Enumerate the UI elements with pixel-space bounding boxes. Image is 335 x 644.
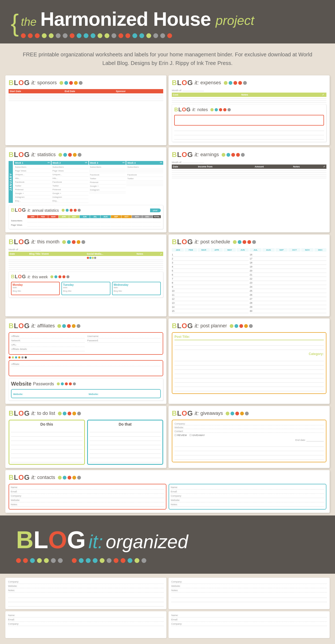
blog-b: B: [11, 207, 15, 213]
post-lines: [174, 341, 324, 350]
stat: Twitter: [126, 177, 163, 181]
num-17: 17: [250, 257, 327, 261]
stat: Twitter: [14, 184, 51, 188]
this-week-header: BLOG it: this week: [11, 274, 161, 280]
preview-card-4: Name: Email: Company:: [169, 611, 330, 638]
apr-cell: APR: [59, 215, 69, 218]
line: [11, 428, 83, 432]
content-area: BLOG it: sponsors Start Date End Date Sp…: [0, 73, 335, 513]
dot: [78, 153, 81, 157]
data-cell: [59, 223, 69, 227]
passwords-dots: [57, 382, 76, 385]
dot: [77, 240, 80, 244]
dot: [61, 382, 64, 385]
stat-rows-container: Subscribers Page Views Uniques... Hits..…: [14, 165, 163, 203]
category-lines: [174, 357, 324, 391]
line: [90, 449, 161, 454]
dot: [226, 412, 229, 415]
stat: Facebook: [14, 180, 51, 184]
dot: [132, 33, 137, 38]
line: [90, 428, 161, 432]
blog-word: BLOG: [9, 473, 30, 482]
affiliate-fields: Affiliate: Network: URL: Affiliate detai…: [11, 335, 161, 352]
jun-month: JUN: [237, 248, 249, 252]
stat: Pinterest: [51, 188, 88, 192]
url-field: URL:: [11, 343, 85, 347]
line: [90, 458, 161, 462]
wednesday-label: Wednesday: [114, 283, 159, 286]
blog-it: it:: [31, 80, 36, 86]
header-title: { the Harmonized House project: [11, 8, 324, 38]
monday-box: Monday date: Blog title:: [11, 282, 60, 295]
num-6: 6: [172, 273, 249, 277]
data-cell: [111, 223, 121, 227]
dot: [139, 33, 144, 38]
name-field: Name:: [171, 614, 327, 617]
dot: [125, 33, 130, 38]
dot: [93, 558, 98, 563]
sponsors-table: Start Date End Date Sponsor: [9, 89, 163, 101]
affiliate-field: Affiliate:: [11, 335, 85, 338]
dot: [67, 324, 71, 328]
dec-month: DEC: [314, 248, 326, 252]
dot: [77, 412, 81, 415]
website-field: Website:: [11, 499, 164, 502]
notes-header: BLOG it: notes: [174, 107, 324, 113]
title-group: the Harmonized House project: [21, 8, 254, 38]
dot: [63, 33, 68, 38]
giveaway-lines: [174, 442, 324, 460]
data-cell: [100, 223, 111, 227]
affiliates-header: BLOG it: affiliates: [9, 322, 163, 330]
jul-month: JUL: [250, 248, 262, 252]
wednesday-blogtitle: Blog title:: [114, 290, 159, 292]
website-passwords-card: Website Passwords Website:: [9, 378, 163, 401]
empty-cell: [11, 215, 27, 218]
dot: [65, 382, 68, 385]
dot: [9, 356, 11, 358]
dot: [222, 153, 225, 157]
dot: [63, 412, 66, 415]
line: [171, 594, 327, 598]
post-title-label: Post Title:: [174, 335, 324, 339]
blog-o: O: [18, 207, 22, 213]
preview-card-2: Company: Website: Notes:: [169, 578, 330, 609]
this-month-table: Date Blog Title / Event Social Media... …: [9, 252, 163, 269]
row-label: Subscribers: [11, 219, 27, 222]
blog-o: O: [182, 238, 187, 246]
dot: [240, 412, 244, 415]
line: [11, 441, 83, 445]
data-cell: [100, 219, 111, 222]
dot: [142, 558, 146, 563]
blog-word: BLOG: [11, 274, 26, 280]
row-2: BLOG it: statistics JANUARY We: [5, 147, 330, 232]
post-planner-header: BLOG it: post planner: [172, 322, 326, 330]
expenses-subtitle: expenses: [200, 80, 221, 86]
line: [90, 454, 161, 458]
wednesday-date: date:: [114, 286, 159, 289]
company-field: Company:: [171, 623, 327, 626]
earnings-dots: [222, 153, 245, 157]
data-cell: [69, 219, 79, 222]
dot: [79, 558, 84, 563]
blog-it: it:: [28, 275, 31, 279]
dot: [18, 356, 20, 358]
num-11: 11: [172, 293, 249, 297]
dot: [66, 209, 69, 212]
month-of-label: Month of:: [172, 89, 326, 92]
th-check: ✓: [159, 252, 163, 256]
year-badge: year:: [150, 208, 161, 212]
data-cell: [142, 223, 152, 227]
expenses-card: BLOG it: expenses Month of: Cost Notes ✓: [169, 75, 330, 145]
dot: [128, 558, 132, 563]
dot: [37, 558, 42, 563]
data-cell: [121, 219, 132, 222]
brace-left: {: [11, 11, 19, 35]
preview-lines: [8, 594, 164, 606]
header-banner: { the Harmonized House project: [0, 0, 335, 43]
tuesday-label: Tuesday: [63, 283, 109, 286]
this-week-title: this week: [32, 275, 48, 279]
num-1: 1: [172, 253, 249, 257]
dot: [66, 275, 69, 278]
num-10: 10: [172, 289, 249, 293]
blog-g: G: [24, 473, 30, 481]
